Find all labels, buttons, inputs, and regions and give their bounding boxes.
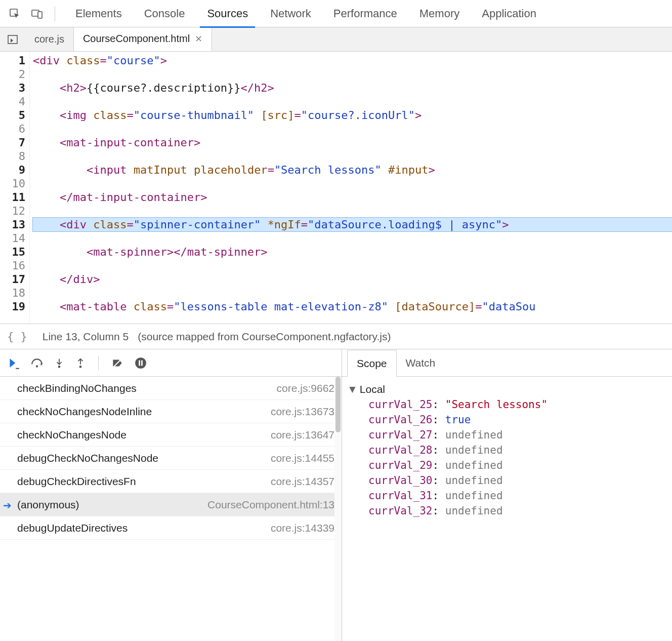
callstack-frame[interactable]: debugUpdateDirectivescore.js:14339 xyxy=(0,516,342,540)
callstack-frame[interactable]: checkBindingNoChangescore.js:9662 xyxy=(0,377,342,400)
code-line[interactable]: <mat-table class="lessons-table mat-elev… xyxy=(33,300,672,313)
device-toggle-icon[interactable] xyxy=(27,4,47,23)
line-number[interactable]: 18 xyxy=(0,286,25,300)
callstack-frame[interactable]: debugCheckDirectivesFncore.js:14357 xyxy=(0,470,342,493)
devtools-tab-sources[interactable]: Sources xyxy=(196,0,259,27)
line-number[interactable]: 15 xyxy=(0,245,25,259)
line-number[interactable]: 5 xyxy=(0,108,25,122)
variable-name: currVal_31 xyxy=(368,490,432,502)
code-line[interactable]: <img class="course-thumbnail" [src]="cou… xyxy=(33,108,672,122)
file-tab[interactable]: CourseComponent.html✕ xyxy=(74,27,212,51)
line-number[interactable]: 12 xyxy=(0,204,25,218)
scrollbar[interactable] xyxy=(334,377,342,641)
code-line[interactable] xyxy=(33,122,672,136)
code-line[interactable] xyxy=(33,259,672,272)
cursor-position: Line 13, Column 5 xyxy=(43,331,129,343)
code-line[interactable]: </div> xyxy=(33,272,672,286)
step-out-icon[interactable] xyxy=(75,356,86,370)
code-line[interactable] xyxy=(33,286,672,300)
code-line[interactable] xyxy=(33,149,672,163)
code-line[interactable]: <div class="spinner-container" *ngIf="da… xyxy=(33,218,672,231)
scope-variable[interactable]: currVal_31: undefined xyxy=(347,488,672,503)
variable-value: undefined xyxy=(445,490,503,502)
inspect-icon[interactable] xyxy=(5,4,24,23)
code-line[interactable]: <input matInput placeholder="Search less… xyxy=(33,163,672,177)
code-area[interactable]: <div class="course"> <h2>{{course?.descr… xyxy=(29,52,672,324)
line-number[interactable]: 16 xyxy=(0,259,25,272)
callstack-frame[interactable]: checkNoChangesNodeInlinecore.js:13673 xyxy=(0,400,342,423)
debugger-panel: checkBindingNoChangescore.js:9662checkNo… xyxy=(0,349,672,641)
line-number[interactable]: 19 xyxy=(0,300,25,313)
pause-on-exceptions-icon[interactable] xyxy=(134,356,147,370)
line-number[interactable]: 4 xyxy=(0,95,25,108)
chevron-down-icon: ▼ xyxy=(347,382,358,397)
step-over-icon[interactable] xyxy=(30,356,44,370)
code-line[interactable] xyxy=(33,204,672,218)
line-number[interactable]: 17 xyxy=(0,272,25,286)
line-number[interactable]: 10 xyxy=(0,177,25,190)
scope-variable[interactable]: currVal_26: true xyxy=(347,412,672,427)
scope-tab-scope[interactable]: Scope xyxy=(347,350,397,377)
variable-name: currVal_28 xyxy=(368,444,432,456)
scope-variable[interactable]: currVal_29: undefined xyxy=(347,458,672,473)
scrollbar-thumb[interactable] xyxy=(335,377,341,432)
devtools-tab-memory[interactable]: Memory xyxy=(408,0,471,27)
devtools-tab-console[interactable]: Console xyxy=(133,0,196,27)
callstack-frame[interactable]: ➔(anonymous)CourseComponent.html:13 xyxy=(0,493,342,516)
svg-point-6 xyxy=(79,366,82,368)
devtools-tab-performance[interactable]: Performance xyxy=(322,0,408,27)
file-tab[interactable]: core.js xyxy=(25,27,74,51)
variable-name: currVal_26 xyxy=(368,414,432,426)
scope-body[interactable]: ▼LocalcurrVal_25: "Search lessons"currVa… xyxy=(342,377,672,641)
pretty-print-icon[interactable]: { } xyxy=(7,330,27,343)
frame-name: checkBindingNoChanges xyxy=(17,382,137,394)
scope-group[interactable]: ▼Local xyxy=(347,382,672,397)
source-editor[interactable]: 12345678910111213141516171819 <div class… xyxy=(0,52,672,324)
code-line[interactable]: <mat-input-container> xyxy=(33,136,672,149)
line-number[interactable]: 6 xyxy=(0,122,25,136)
deactivate-breakpoints-icon[interactable] xyxy=(111,356,124,370)
code-line[interactable]: </mat-input-container> xyxy=(33,190,672,204)
resume-icon[interactable] xyxy=(7,356,20,370)
code-line[interactable]: <div class="course"> xyxy=(33,54,672,67)
line-number[interactable]: 7 xyxy=(0,136,25,149)
scope-variable[interactable]: currVal_27: undefined xyxy=(347,427,672,443)
line-gutter[interactable]: 12345678910111213141516171819 xyxy=(0,52,29,324)
scope-variable[interactable]: currVal_28: undefined xyxy=(347,443,672,458)
scope-variable[interactable]: currVal_25: "Search lessons" xyxy=(347,397,672,412)
callstack-frame[interactable]: checkNoChangesNodecore.js:13647 xyxy=(0,423,342,447)
line-number[interactable]: 13 xyxy=(0,218,25,231)
line-number[interactable]: 14 xyxy=(0,231,25,245)
code-line[interactable]: <h2>{{course?.description}}</h2> xyxy=(33,81,672,95)
code-line[interactable] xyxy=(33,95,672,108)
line-number[interactable]: 8 xyxy=(0,149,25,163)
frame-name: (anonymous) xyxy=(17,499,79,511)
file-tabs: core.jsCourseComponent.html✕ xyxy=(25,27,212,51)
call-stack[interactable]: checkBindingNoChangescore.js:9662checkNo… xyxy=(0,377,342,641)
step-into-icon[interactable] xyxy=(54,356,65,370)
code-line[interactable]: <mat-spinner></mat-spinner> xyxy=(33,245,672,259)
devtools-tab-application[interactable]: Application xyxy=(471,0,548,27)
svg-point-5 xyxy=(58,366,61,368)
frame-location: core.js:13673 xyxy=(271,406,334,418)
frame-name: debugCheckNoChangesNode xyxy=(17,452,158,464)
close-icon[interactable]: ✕ xyxy=(195,33,202,45)
line-number[interactable]: 1 xyxy=(0,54,25,67)
navigator-icon[interactable] xyxy=(0,27,25,51)
scope-variable[interactable]: currVal_30: undefined xyxy=(347,473,672,488)
line-number[interactable]: 3 xyxy=(0,81,25,95)
callstack-frame[interactable]: debugCheckNoChangesNodecore.js:14455 xyxy=(0,447,342,470)
scope-variable[interactable]: currVal_32: undefined xyxy=(347,503,672,518)
line-number[interactable]: 9 xyxy=(0,163,25,177)
devtools-tab-network[interactable]: Network xyxy=(259,0,322,27)
variable-name: currVal_27 xyxy=(368,429,432,441)
svg-rect-9 xyxy=(139,360,140,366)
scope-tab-watch[interactable]: Watch xyxy=(397,349,445,376)
devtools-tab-elements[interactable]: Elements xyxy=(64,0,133,27)
code-line[interactable] xyxy=(33,231,672,245)
code-line[interactable] xyxy=(33,177,672,190)
code-line[interactable] xyxy=(33,67,672,81)
frame-location: core.js:13647 xyxy=(271,429,334,441)
line-number[interactable]: 2 xyxy=(0,67,25,81)
line-number[interactable]: 11 xyxy=(0,190,25,204)
